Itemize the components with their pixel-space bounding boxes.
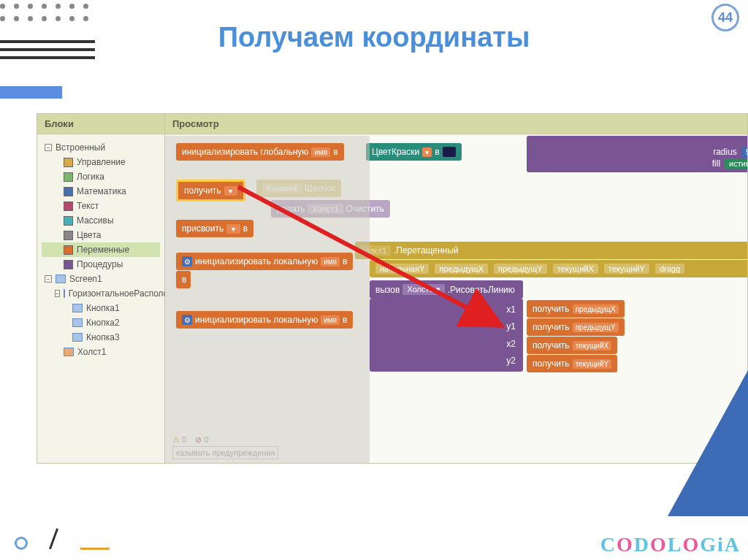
arg-label: x2 xyxy=(506,339,516,349)
blocks-column: Блоки −Встроенный Управление Логика Мате… xyxy=(37,114,165,463)
palette-math[interactable]: Математика xyxy=(42,184,160,199)
palette-tree: −Встроенный Управление Логика Математика… xyxy=(37,134,164,365)
palette-lists[interactable]: Массивы xyxy=(42,213,160,228)
editor-panel: Блоки −Встроенный Управление Логика Мате… xyxy=(37,113,748,464)
decoration-triangle xyxy=(668,370,748,516)
button-icon xyxy=(72,333,83,342)
block-label: получить xyxy=(184,185,221,196)
block-label: в xyxy=(435,147,439,157)
palette-label: Кнопка2 xyxy=(86,318,120,328)
block-label: вызов xyxy=(375,285,400,295)
block-label: инициализировать локальную xyxy=(195,315,318,325)
block-get-prevx[interactable]: получитьпредыдущX xyxy=(527,300,625,318)
block-draw-circle-props[interactable]: radius5 fillистин xyxy=(527,136,747,172)
gear-icon[interactable]: ⚙ xyxy=(182,256,192,266)
block-label: инициализировать локальную xyxy=(195,256,318,266)
palette-label: Математика xyxy=(77,186,126,196)
palette-label: Цвета xyxy=(77,230,101,240)
block-label: fill xyxy=(712,158,720,169)
palette-screen1[interactable]: −Screen1 xyxy=(42,272,160,286)
palette-label: Screen1 xyxy=(69,274,102,284)
param: предыдущX xyxy=(435,264,488,274)
param: текущийX xyxy=(553,264,598,274)
decoration-lines xyxy=(0,40,95,64)
block-init-local-2[interactable]: ⚙ инициализировать локальную имя в xyxy=(176,311,353,329)
block-label: получить xyxy=(533,358,570,369)
block-slot: имя xyxy=(311,147,330,157)
palette-label: Встроенный xyxy=(56,142,105,153)
palette-canvas1[interactable]: Холст1 xyxy=(42,345,160,359)
block-canvas-dragged[interactable]: олст1 .Перетащенный xyxy=(355,242,747,259)
palette-label: Кнопка1 xyxy=(86,303,120,313)
block-get-highlighted[interactable]: получить ▾ xyxy=(176,180,245,202)
block-label: в xyxy=(182,275,186,285)
block-paint-color[interactable]: ЦветКраски▾в xyxy=(366,143,462,161)
page-title: Получаем координаты xyxy=(218,22,530,53)
block-label: присвоить xyxy=(182,223,224,234)
arg-label: y2 xyxy=(506,356,516,366)
block-get-cury[interactable]: получитьтекущийY xyxy=(527,355,617,372)
button-icon xyxy=(72,304,83,312)
block-init-local-1-body[interactable]: в xyxy=(176,271,191,288)
arg-label: y1 xyxy=(506,321,516,331)
palette-button2[interactable]: Кнопка2 xyxy=(42,315,160,330)
block-value: текущийY xyxy=(573,359,612,369)
viewer-header: Просмотр xyxy=(165,114,747,134)
palette-text[interactable]: Текст xyxy=(42,199,160,213)
block-init-global[interactable]: инициализировать глобальную имя в xyxy=(176,143,344,161)
block-set[interactable]: присвоить ▾ в xyxy=(176,220,253,237)
palette-horizontal[interactable]: −ГоризонтальноеРасполож xyxy=(42,286,160,301)
palette-label: Процедуры xyxy=(77,259,123,269)
palette-colors[interactable]: Цвета xyxy=(42,228,160,242)
block-label: получить xyxy=(533,304,570,314)
palette-builtin[interactable]: −Встроенный xyxy=(42,140,160,155)
block-get-curx[interactable]: получитьтекущийX xyxy=(527,337,617,354)
palette-control[interactable]: Управление xyxy=(42,155,160,169)
block-value: текущийX xyxy=(573,341,612,350)
block-label: получить xyxy=(533,322,570,332)
palette-logic[interactable]: Логика xyxy=(42,169,160,184)
block-slot: имя xyxy=(321,257,340,266)
block-label: ЦветКраски xyxy=(372,147,419,157)
block-get-prevy[interactable]: получитьпредыдущY xyxy=(527,318,625,336)
canvas-icon xyxy=(64,348,74,356)
block-slot: имя xyxy=(321,315,340,325)
block-label: в xyxy=(243,223,248,234)
layout-icon xyxy=(64,289,65,298)
arg-label: x1 xyxy=(506,304,516,315)
block-label: .Перетащенный xyxy=(394,245,459,256)
block-canvas[interactable]: radius5 fillистин ЦветКраски▾в Кнопка4 Щ… xyxy=(165,136,747,463)
block-drawline-args[interactable]: x1 y1 x2 y2 xyxy=(370,299,523,372)
palette-label: Холст1 xyxy=(77,347,106,357)
palette-label: ГоризонтальноеРасполож xyxy=(69,288,175,299)
block-label: в xyxy=(343,256,347,266)
decoration-bar xyxy=(0,86,62,99)
block-value: предыдущY xyxy=(573,323,619,332)
palette-label: Массивы xyxy=(77,215,114,226)
block-label: в xyxy=(333,147,337,157)
block-init-local-1[interactable]: ⚙ инициализировать локальную имя в xyxy=(176,253,353,270)
viewer-column: Просмотр radius5 fillистин ЦветКраски▾в … xyxy=(165,114,747,463)
palette-label: Логика xyxy=(77,172,104,182)
screen-icon xyxy=(56,275,66,283)
palette-label: Текст xyxy=(77,201,99,211)
block-drawline-call[interactable]: вызов Холст1 ▾ .РисоватьЛинию xyxy=(370,280,523,299)
block-label: radius xyxy=(713,147,737,157)
variable-drawer: инициализировать глобальную имя в получи… xyxy=(165,136,370,463)
param: текущийY xyxy=(604,264,649,274)
logo: CODOLOGiA xyxy=(600,533,741,556)
palette-label: Переменные xyxy=(77,245,129,255)
button-icon xyxy=(72,318,83,327)
page-number-badge: 44 xyxy=(711,4,739,31)
block-label: получить xyxy=(533,340,570,350)
color-swatch xyxy=(443,147,456,157)
gear-icon[interactable]: ⚙ xyxy=(182,315,192,325)
blocks-header: Блоки xyxy=(37,114,164,134)
palette-button1[interactable]: Кнопка1 xyxy=(42,301,160,315)
palette-label: Управление xyxy=(77,157,126,167)
palette-button3[interactable]: Кнопка3 xyxy=(42,330,160,345)
palette-procedures[interactable]: Процедуры xyxy=(42,257,160,272)
palette-variables[interactable]: Переменные xyxy=(42,242,160,257)
block-dragged-params[interactable]: начальнаяY предыдущX предыдущY текущийX … xyxy=(370,260,747,277)
param: начальнаяY xyxy=(375,264,429,274)
